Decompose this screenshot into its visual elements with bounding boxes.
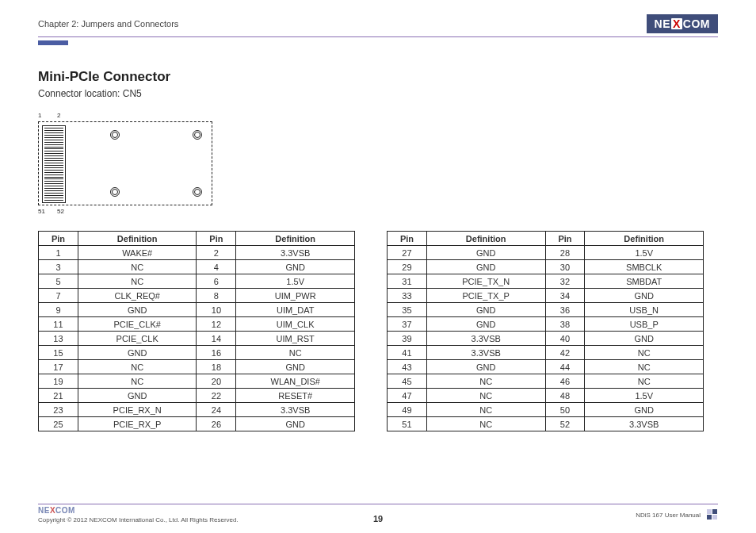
definition-cell: UIM_DAT xyxy=(236,303,355,317)
definition-cell: GND xyxy=(585,289,704,303)
definition-cell: GND xyxy=(426,303,545,317)
pin-cell: 6 xyxy=(197,274,236,289)
accent-bar xyxy=(38,40,68,45)
pin-cell: 2 xyxy=(197,246,236,260)
table-row: 15GND16NC xyxy=(39,346,355,360)
pin-cell: 48 xyxy=(545,389,585,403)
table-row: 47NC481.5V xyxy=(388,389,704,403)
definition-cell: 1.5V xyxy=(585,389,704,403)
pin-cell: 3 xyxy=(39,260,78,274)
copyright-text: Copyright © 2012 NEXCOM International Co… xyxy=(38,516,239,523)
pin-cell: 41 xyxy=(388,346,427,360)
pin-cell: 8 xyxy=(197,289,236,303)
pin-cell: 7 xyxy=(39,289,78,303)
definition-cell: NC xyxy=(426,374,545,389)
pin-cell: 33 xyxy=(388,289,427,303)
pin-cell: 18 xyxy=(197,360,236,374)
logo-text-right: COM xyxy=(683,17,710,30)
definition-cell: RESET# xyxy=(236,389,355,403)
definition-cell: NC xyxy=(585,360,704,374)
pin-cell: 38 xyxy=(545,317,585,332)
table-row: 25PCIE_RX_P26GND xyxy=(39,417,355,431)
table-header-definition: Definition xyxy=(426,232,545,246)
table-header-pin: Pin xyxy=(545,232,585,246)
definition-cell: SMBDAT xyxy=(585,274,704,289)
definition-cell: NC xyxy=(585,374,704,389)
pin-cell: 29 xyxy=(388,260,427,274)
pin-cell: 10 xyxy=(197,303,236,317)
table-row: 35GND36USB_N xyxy=(388,303,704,317)
definition-cell: NC xyxy=(78,260,197,274)
definition-cell: PCIE_RX_P xyxy=(78,417,197,431)
pin-cell: 25 xyxy=(39,417,78,431)
page-title: Mini-PCIe Connector xyxy=(38,69,718,85)
table-row: 393.3VSB40GND xyxy=(388,332,704,346)
header-rule xyxy=(38,36,718,37)
definition-cell: GND xyxy=(78,346,197,360)
logo-text-x: X xyxy=(671,18,682,29)
pin-cell: 47 xyxy=(388,389,427,403)
definition-cell: NC xyxy=(78,374,197,389)
pin-cell: 9 xyxy=(39,303,78,317)
pin-cell: 16 xyxy=(197,346,236,360)
pin-cell: 50 xyxy=(545,403,585,417)
pin-cell: 23 xyxy=(39,403,78,417)
definition-cell: 3.3VSB xyxy=(236,403,355,417)
pin-cell: 17 xyxy=(39,360,78,374)
table-header-pin: Pin xyxy=(39,232,78,246)
pin-cell: 42 xyxy=(545,346,585,360)
brand-logo: NEXCOM xyxy=(647,14,718,33)
mount-hole-icon xyxy=(193,187,202,197)
pin-cell: 30 xyxy=(545,260,585,274)
pin-cell: 36 xyxy=(545,303,585,317)
footer-rule xyxy=(38,504,718,504)
pin-cell: 37 xyxy=(388,317,427,332)
definition-cell: SMBCLK xyxy=(585,260,704,274)
page-number: 19 xyxy=(373,514,383,523)
definition-cell: GND xyxy=(426,246,545,260)
pin-cell: 20 xyxy=(197,374,236,389)
definition-cell: GND xyxy=(585,403,704,417)
table-row: 33PCIE_TX_P34GND xyxy=(388,289,704,303)
pin-label-52: 52 xyxy=(57,208,64,215)
chapter-title: Chapter 2: Jumpers and Connectors xyxy=(38,19,178,29)
pin-cell: 35 xyxy=(388,303,427,317)
manual-name: NDiS 167 User Manual xyxy=(636,509,718,520)
pin-cell: 51 xyxy=(388,417,427,431)
definition-cell: GND xyxy=(236,360,355,374)
definition-cell: 3.3VSB xyxy=(585,417,704,431)
definition-cell: GND xyxy=(236,260,355,274)
pin-label-51: 51 xyxy=(38,208,45,215)
footer-squares-icon xyxy=(707,509,718,520)
table-row: 1WAKE#23.3VSB xyxy=(39,246,355,260)
definition-cell: NC xyxy=(585,346,704,360)
pin-label-1: 1 xyxy=(38,112,41,119)
definition-cell: NC xyxy=(426,417,545,431)
table-row: 29GND30SMBCLK xyxy=(388,260,704,274)
definition-cell: NC xyxy=(426,389,545,403)
pin-cell: 26 xyxy=(197,417,236,431)
definition-cell: NC xyxy=(426,403,545,417)
pin-cell: 19 xyxy=(39,374,78,389)
table-row: 45NC46NC xyxy=(388,374,704,389)
table-row: 13PCIE_CLK14UIM_RST xyxy=(39,332,355,346)
table-header-definition: Definition xyxy=(78,232,197,246)
table-row: 9GND10UIM_DAT xyxy=(39,303,355,317)
definition-cell: 3.3VSB xyxy=(426,332,545,346)
pin-cell: 27 xyxy=(388,246,427,260)
pin-cell: 28 xyxy=(545,246,585,260)
connector-outline xyxy=(38,121,212,205)
definition-cell: WAKE# xyxy=(78,246,197,260)
pin-cell: 43 xyxy=(388,360,427,374)
pinout-table-right: Pin Definition Pin Definition 27GND281.5… xyxy=(387,231,704,431)
definition-cell: WLAN_DIS# xyxy=(236,374,355,389)
table-row: 19NC20WLAN_DIS# xyxy=(39,374,355,389)
definition-cell: GND xyxy=(78,303,197,317)
pin-cell: 14 xyxy=(197,332,236,346)
table-row: 31PCIE_TX_N32SMBDAT xyxy=(388,274,704,289)
pin-cell: 46 xyxy=(545,374,585,389)
table-row: 11PCIE_CLK#12UIM_CLK xyxy=(39,317,355,332)
mount-hole-icon xyxy=(110,130,120,140)
table-row: 413.3VSB42NC xyxy=(388,346,704,360)
pin-cell: 12 xyxy=(197,317,236,332)
